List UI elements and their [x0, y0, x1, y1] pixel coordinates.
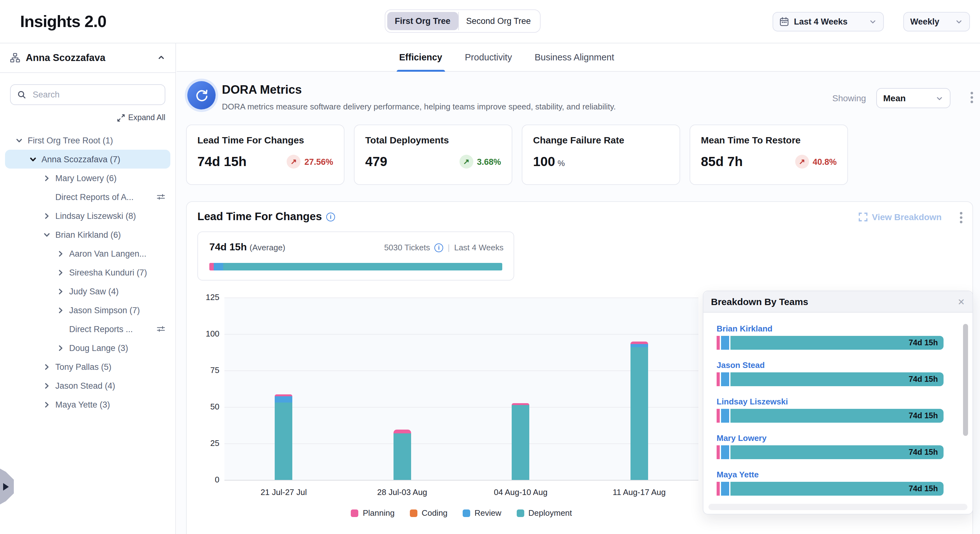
gridline [224, 443, 698, 444]
metric-card-total-deployments: Total Deployments479↗3.68% [354, 124, 512, 185]
legend-item-coding[interactable]: Coding [410, 508, 447, 518]
legend-item-deployment[interactable]: Deployment [516, 508, 572, 518]
tree-item-doug-lange[interactable]: Doug Lange (3) [0, 338, 175, 357]
insights-dashboard: Insights 2.0 First Org TreeSecond Org Tr… [0, 0, 980, 534]
tree-item-lindsay-liszewski[interactable]: Lindsay Liszewski (8) [0, 206, 175, 225]
org-tree-toggle: First Org TreeSecond Org Tree [385, 10, 541, 33]
toggle-option-first-org-tree[interactable]: First Org Tree [387, 12, 458, 30]
legend-item-planning[interactable]: Planning [351, 508, 395, 518]
team-bar: 74d 15h [717, 409, 943, 423]
summary-value: 74d 15h [209, 242, 247, 252]
y-axis-label: 25 [192, 438, 220, 448]
filter-sliders-icon[interactable] [156, 325, 165, 333]
sidebar-user-header[interactable]: Anna Scozzafava [0, 43, 175, 73]
x-axis-label: 04 Aug-10 Aug [477, 488, 565, 497]
info-icon[interactable]: i [434, 243, 443, 252]
team-bar-segment-deployment: 74d 15h [731, 482, 943, 496]
x-axis-label: 28 Jul-03 Aug [358, 488, 446, 497]
app-title: Insights 2.0 [20, 12, 106, 32]
tree-item-aaron-van-langen[interactable]: Aaron Van Langen... [0, 244, 175, 263]
dora-metrics-icon [187, 81, 216, 110]
metric-card-mean-time-to-restore: Mean Time To Restore85d 7h↗40.8% [690, 124, 848, 185]
sidebar-search[interactable] [10, 84, 165, 105]
y-axis-label: 75 [192, 365, 220, 375]
section-kebab-menu[interactable] [960, 212, 963, 223]
tree-item-tony-pallas[interactable]: Tony Pallas (5) [0, 357, 175, 376]
summary-stacked-bar [209, 263, 502, 271]
org-tree: First Org Tree Root (1)Anna Scozzafava (… [0, 131, 175, 414]
y-axis-label: 125 [192, 292, 220, 302]
team-bar: 74d 15h [717, 445, 943, 459]
chart-bar-11-aug-17-aug[interactable] [630, 298, 648, 480]
toggle-option-second-org-tree[interactable]: Second Org Tree [458, 12, 538, 30]
legend-swatch [351, 509, 358, 517]
info-icon[interactable]: i [326, 212, 335, 221]
x-axis-label: 21 Jul-27 Jul [240, 488, 328, 497]
legend-item-review[interactable]: Review [463, 508, 501, 518]
tree-item-judy-saw[interactable]: Judy Saw (4) [0, 282, 175, 301]
tab-productivity[interactable]: Productivity [465, 43, 512, 72]
granularity-value: Weekly [910, 17, 939, 26]
y-axis-label: 100 [192, 329, 220, 338]
trend-up-icon: ↗ [290, 157, 297, 166]
date-range-dropdown[interactable]: Last 4 Weeks [773, 12, 884, 32]
summary-tickets: 5030 Tickets [384, 243, 430, 252]
tree-item-direct-reports-of-a[interactable]: Direct Reports of A... [0, 187, 175, 206]
summary-qualifier: (Average) [250, 243, 285, 252]
tree-item-anna-scozzafava[interactable]: Anna Scozzafava (7) [5, 150, 170, 169]
team-bar-value: 74d 15h [908, 448, 943, 457]
team-bar-segment-review [721, 409, 730, 423]
granularity-dropdown[interactable]: Weekly [903, 12, 970, 32]
tree-item-jason-simpson[interactable]: Jason Simpson (7) [0, 301, 175, 319]
metric-card-value: 85d 7h [701, 154, 743, 169]
caret-right-icon [3, 483, 9, 490]
scrollbar-thumb[interactable] [963, 324, 968, 436]
tree-item-direct-reports[interactable]: Direct Reports ... [0, 319, 175, 338]
chevron-up-icon[interactable] [157, 53, 165, 62]
tab-efficiency[interactable]: Efficiency [399, 43, 442, 72]
panel-horizontal-scrollbar[interactable] [708, 504, 967, 510]
bar-segment-review [275, 396, 293, 403]
tabs: EfficiencyProductivityBusiness Alignment [399, 43, 614, 72]
breakdown-panel-title: Breakdown By Teams [711, 296, 958, 307]
expand-all-button[interactable]: Expand All [10, 113, 165, 122]
search-icon [17, 90, 26, 99]
close-icon[interactable]: ✕ [958, 296, 965, 307]
legend-swatch [463, 509, 470, 517]
org-sidebar: Anna Scozzafava Expand All First Org Tre… [0, 43, 176, 534]
metric-card-value: 74d 15h [197, 154, 247, 169]
bar-segment-deployment [275, 403, 293, 480]
team-link-jason-stead[interactable]: Jason Stead [717, 360, 765, 370]
expand-all-label: Expand All [128, 113, 165, 122]
delta-value: 40.8% [813, 157, 837, 166]
team-bar-segment-planning [717, 409, 720, 423]
search-input[interactable] [32, 89, 158, 100]
showing-dropdown[interactable]: Mean [876, 88, 950, 108]
team-link-lindsay-liszewski[interactable]: Lindsay Liszewski [717, 397, 788, 406]
metric-card-value: 100% [533, 154, 565, 169]
tree-item-maya-yette[interactable]: Maya Yette (3) [0, 395, 175, 414]
tree-item-mary-lowery[interactable]: Mary Lowery (6) [0, 169, 175, 187]
tree-item-brian-kirkland[interactable]: Brian Kirkland (6) [0, 225, 175, 244]
expand-all-icon [117, 113, 125, 122]
tree-item-first-org-tree-root[interactable]: First Org Tree Root (1) [0, 131, 175, 150]
chevron-down-icon [955, 18, 963, 26]
delta-value: 3.68% [477, 157, 501, 166]
chart-bar-04-aug-10-aug[interactable] [512, 298, 530, 480]
team-link-brian-kirkland[interactable]: Brian Kirkland [717, 324, 773, 333]
metric-card-lead-time-for-changes: Lead Time For Changes74d 15h↗27.56% [186, 124, 344, 185]
breakdown-row-brian-kirkland: Brian Kirkland 74d 15h [717, 323, 943, 350]
filter-sliders-icon[interactable] [156, 193, 165, 201]
dora-kebab-menu[interactable] [970, 92, 973, 103]
chart-bar-28-jul-03-aug[interactable] [393, 298, 411, 480]
team-link-maya-yette[interactable]: Maya Yette [717, 470, 759, 479]
tab-business-alignment[interactable]: Business Alignment [535, 43, 614, 72]
tree-item-sireesha-kunduri[interactable]: Sireesha Kunduri (7) [0, 263, 175, 282]
tree-item-jason-stead[interactable]: Jason Stead (4) [0, 376, 175, 395]
chart-bar-21-jul-27-jul[interactable] [275, 298, 293, 480]
panel-scrollbar[interactable] [963, 323, 968, 480]
view-breakdown-button[interactable]: View Breakdown [859, 212, 942, 222]
delta-badge: ↗27.56% [286, 155, 333, 169]
team-link-mary-lowery[interactable]: Mary Lowery [717, 434, 767, 443]
section-title-text: Lead Time For Changes [197, 210, 322, 223]
